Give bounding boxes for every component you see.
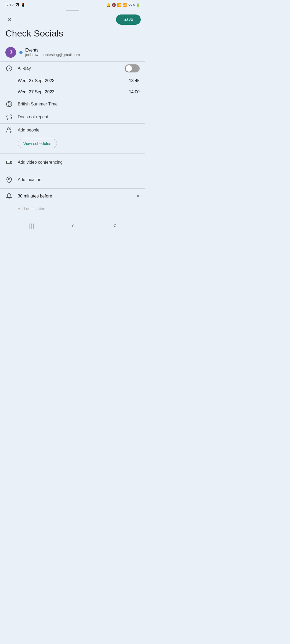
start-time[interactable]: 13:45 <box>129 78 140 83</box>
start-date[interactable]: Wed, 27 Sept 2023 <box>18 78 55 83</box>
calendar-row[interactable]: J Events joebrownmuotesting@gmail.com <box>0 43 145 61</box>
end-date[interactable]: Wed, 27 Sept 2023 <box>18 90 55 94</box>
calendar-email: joebrownmuotesting@gmail.com <box>25 53 80 57</box>
battery-label: 55% <box>128 3 135 7</box>
end-time[interactable]: 14:00 <box>129 90 140 94</box>
repeat-icon <box>5 113 13 121</box>
people-icon <box>5 126 13 134</box>
calendar-info: Events joebrownmuotesting@gmail.com <box>25 48 80 57</box>
view-schedules-container: View schedules <box>0 137 145 153</box>
all-day-toggle[interactable] <box>125 64 140 72</box>
repeat-label: Does not repeat <box>18 115 48 119</box>
timezone-label: British Summer Time <box>18 102 57 107</box>
add-people-row[interactable]: Add people <box>0 124 145 137</box>
mute-icon: 🔇 <box>112 3 116 7</box>
location-icon <box>5 176 13 184</box>
status-right: 🔔 🔇 📶 📶 55% 🔋 <box>106 3 140 7</box>
video-conferencing-label: Add video conferencing <box>18 160 63 165</box>
start-date-time-row[interactable]: Wed, 27 Sept 2023 13:45 <box>0 75 145 86</box>
alarm-icon: 🔔 <box>106 3 111 7</box>
signal-icon: 📶 <box>122 3 127 7</box>
add-people-label: Add people <box>18 128 39 133</box>
close-button[interactable]: × <box>4 14 15 25</box>
calendar-name: Events <box>25 48 80 53</box>
all-day-row[interactable]: All-day <box>0 62 145 75</box>
all-day-toggle-container: All-day <box>18 64 140 72</box>
back-nav-button[interactable]: < <box>113 222 116 229</box>
globe-icon <box>5 100 13 108</box>
status-time: 17:12 <box>5 3 14 7</box>
notification-row: 30 minutes before × <box>0 189 145 204</box>
top-bar: × Save <box>0 13 145 27</box>
menu-nav-button[interactable]: ||| <box>29 223 35 229</box>
status-bar: 17:12 🖼 📱 🔔 🔇 📶 📶 55% 🔋 <box>0 0 145 9</box>
clock-icon <box>5 65 13 72</box>
timezone-row[interactable]: British Summer Time <box>0 98 145 111</box>
avatar: J <box>5 47 16 58</box>
location-label: Add location <box>18 177 41 182</box>
all-day-label: All-day <box>18 66 31 71</box>
save-button[interactable]: Save <box>116 14 141 25</box>
notification-close-button[interactable]: × <box>136 193 140 199</box>
view-schedules-button[interactable]: View schedules <box>18 139 57 148</box>
add-notification-label[interactable]: Add notification <box>0 204 145 215</box>
drag-handle[interactable] <box>0 9 145 13</box>
video-conferencing-row[interactable]: Add video conferencing <box>0 154 145 171</box>
location-row[interactable]: Add location <box>0 171 145 188</box>
bell-icon <box>5 192 13 200</box>
calendar-dot <box>19 51 23 54</box>
video-icon <box>5 159 13 166</box>
event-title[interactable]: Check Socials <box>0 27 145 43</box>
svg-rect-4 <box>6 161 10 164</box>
svg-point-6 <box>8 178 10 180</box>
wifi-icon: 📶 <box>117 3 121 7</box>
end-date-time-row[interactable]: Wed, 27 Sept 2023 14:00 <box>0 86 145 98</box>
nav-bar: ||| ○ < <box>0 218 145 233</box>
photo-icon: 🖼 <box>15 3 19 7</box>
home-nav-button[interactable]: ○ <box>72 222 76 229</box>
svg-point-3 <box>7 128 9 130</box>
phone-icon: 📱 <box>21 3 25 7</box>
battery-icon: 🔋 <box>136 3 140 7</box>
repeat-row[interactable]: Does not repeat <box>0 111 145 123</box>
notification-label: 30 minutes before <box>18 194 132 199</box>
